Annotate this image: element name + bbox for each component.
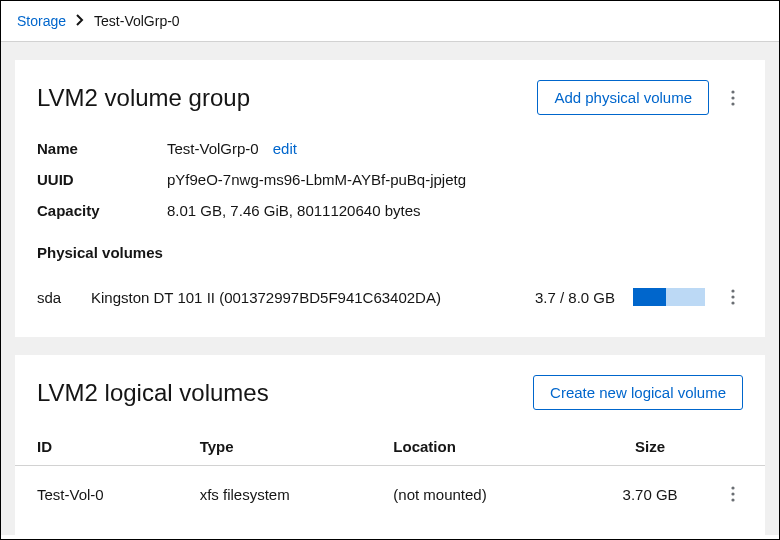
physical-volume-row[interactable]: sda Kingston DT 101 II (001372997BD5F941… — [15, 275, 765, 319]
lv-kebab-menu[interactable] — [723, 480, 743, 508]
vg-kebab-menu[interactable] — [723, 84, 743, 112]
pv-usage-fill — [633, 288, 666, 306]
svg-point-2 — [731, 102, 734, 105]
breadcrumb-root-link[interactable]: Storage — [17, 13, 66, 29]
breadcrumb: Storage Test-VolGrp-0 — [1, 1, 779, 42]
pv-usage-bar — [633, 288, 705, 306]
lv-col-id: ID — [15, 428, 192, 466]
vg-properties: Name Test-VolGrp-0 edit UUID pYf9eO-7nwg… — [37, 133, 743, 226]
kebab-icon — [731, 289, 735, 305]
kebab-icon — [731, 90, 735, 106]
vg-name-label: Name — [37, 140, 167, 157]
svg-point-5 — [731, 301, 734, 304]
create-logical-volume-button[interactable]: Create new logical volume — [533, 375, 743, 410]
svg-point-8 — [731, 498, 734, 501]
volume-group-card: LVM2 volume group Add physical volume Na… — [15, 60, 765, 337]
lv-location: (not mounted) — [385, 466, 585, 519]
vg-title: LVM2 volume group — [37, 84, 250, 112]
table-row[interactable]: Test-Vol-0 xfs filesystem (not mounted) … — [15, 466, 765, 519]
vg-capacity-value: 8.01 GB, 7.46 GiB, 8011120640 bytes — [167, 202, 421, 219]
vg-name-value: Test-VolGrp-0 — [167, 140, 259, 157]
svg-point-0 — [731, 90, 734, 93]
lv-type: xfs filesystem — [192, 466, 386, 519]
vg-capacity-label: Capacity — [37, 202, 167, 219]
lv-col-type: Type — [192, 428, 386, 466]
kebab-icon — [731, 486, 735, 502]
vg-uuid-value: pYf9eO-7nwg-ms96-LbmM-AYBf-puBq-jpjetg — [167, 171, 466, 188]
svg-point-3 — [731, 289, 734, 292]
logical-volumes-card: LVM2 logical volumes Create new logical … — [15, 355, 765, 535]
lv-col-location: Location — [385, 428, 585, 466]
lv-title: LVM2 logical volumes — [37, 379, 269, 407]
breadcrumb-current: Test-VolGrp-0 — [94, 13, 180, 29]
vg-uuid-label: UUID — [37, 171, 167, 188]
lv-id: Test-Vol-0 — [15, 466, 192, 519]
svg-point-1 — [731, 96, 734, 99]
edit-name-link[interactable]: edit — [273, 140, 297, 157]
physical-volumes-heading: Physical volumes — [37, 244, 743, 261]
pv-size: 3.7 / 8.0 GB — [535, 289, 615, 306]
svg-point-7 — [731, 492, 734, 495]
svg-point-4 — [731, 295, 734, 298]
lv-col-size: Size — [585, 428, 715, 466]
pv-device: sda — [37, 289, 73, 306]
pv-description: Kingston DT 101 II (001372997BD5F941C634… — [91, 289, 517, 306]
chevron-right-icon — [76, 14, 84, 29]
svg-point-6 — [731, 486, 734, 489]
logical-volumes-table: ID Type Location Size Test-Vol-0 xfs fil… — [15, 428, 765, 518]
lv-size: 3.70 GB — [585, 466, 715, 519]
add-physical-volume-button[interactable]: Add physical volume — [537, 80, 709, 115]
pv-kebab-menu[interactable] — [723, 283, 743, 311]
